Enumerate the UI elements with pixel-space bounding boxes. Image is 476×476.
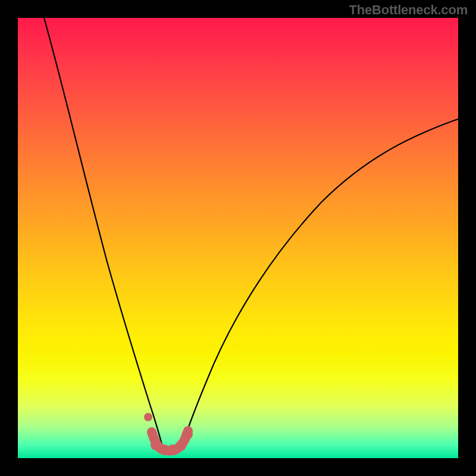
curve-right-branch [183, 119, 458, 444]
chart-frame: TheBottleneck.com [0, 0, 476, 476]
svg-point-0 [144, 413, 152, 421]
plot-area [18, 18, 458, 458]
svg-point-4 [176, 440, 186, 451]
svg-point-5 [182, 429, 193, 440]
highlight-min-region [144, 413, 193, 455]
curve-left-branch [44, 18, 162, 444]
attribution-label: TheBottleneck.com [349, 2, 468, 18]
curve-svg [18, 18, 458, 458]
